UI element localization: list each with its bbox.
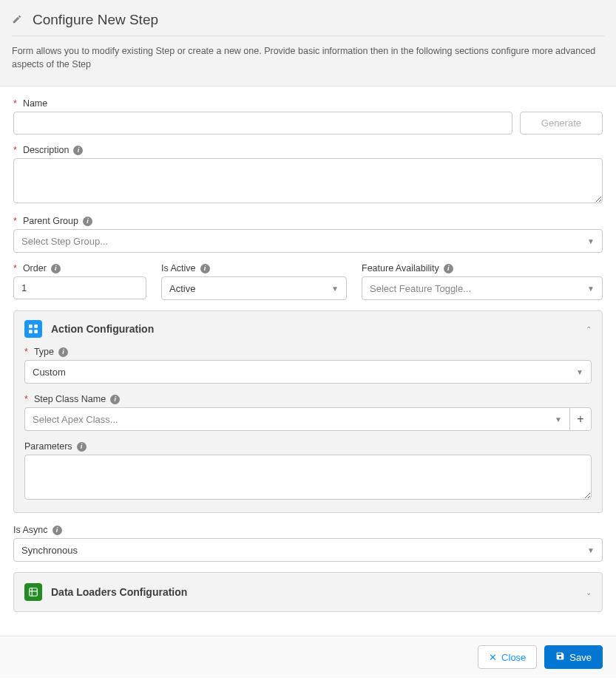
section-title: Data Loaders Configuration <box>51 586 187 598</box>
info-icon[interactable]: i <box>73 146 83 155</box>
action-configuration-section: Action Configuration ⌃ *Typei Custom ▼ *… <box>13 310 603 513</box>
data-loaders-section: Data Loaders Configuration ⌄ <box>13 572 603 612</box>
save-icon <box>555 651 565 663</box>
chevron-down-icon: ▼ <box>555 415 562 424</box>
type-label: Type <box>34 347 54 357</box>
type-select[interactable]: Custom ▼ <box>24 360 592 384</box>
parameters-label: Parameters <box>24 441 72 452</box>
section-title: Action Configuration <box>51 323 154 335</box>
dialog-title: Configure New Step <box>33 12 158 28</box>
parent-group-label: Parent Group <box>23 216 78 226</box>
close-button[interactable]: ✕ Close <box>478 645 537 669</box>
svg-rect-2 <box>29 330 33 333</box>
feature-availability-select[interactable]: Select Feature Toggle... ▼ <box>362 276 603 300</box>
info-icon[interactable]: i <box>53 526 62 535</box>
info-icon[interactable]: i <box>110 395 120 404</box>
info-icon[interactable]: i <box>444 264 453 273</box>
chevron-down-icon: ▼ <box>587 285 595 293</box>
is-async-label: Is Async <box>13 525 48 535</box>
svg-rect-1 <box>34 324 38 328</box>
info-icon[interactable]: i <box>200 264 210 273</box>
chevron-up-icon: ⌃ <box>586 325 592 333</box>
parent-group-select[interactable]: Select Step Group... ▼ <box>13 229 603 253</box>
chevron-down-icon: ▼ <box>331 285 339 293</box>
data-loaders-icon <box>24 583 42 601</box>
is-active-select[interactable]: Active ▼ <box>161 276 347 300</box>
action-configuration-toggle[interactable]: Action Configuration ⌃ <box>14 311 602 347</box>
info-icon[interactable]: i <box>51 264 61 273</box>
svg-rect-4 <box>30 588 38 596</box>
info-icon[interactable]: i <box>83 217 92 226</box>
step-class-label: Step Class Name <box>34 394 106 404</box>
save-button[interactable]: Save <box>544 645 603 669</box>
is-active-label: Is Active <box>161 263 196 273</box>
chevron-down-icon: ▼ <box>587 546 595 554</box>
feature-availability-label: Feature Availability <box>362 263 439 273</box>
name-input[interactable] <box>13 112 512 135</box>
chevron-down-icon: ▼ <box>587 237 595 245</box>
chevron-down-icon: ▼ <box>576 368 583 376</box>
dialog-subtitle: Form allows you to modify existing Step … <box>12 45 604 71</box>
order-input[interactable] <box>13 276 146 299</box>
chevron-down-icon: ⌄ <box>586 588 592 596</box>
generate-button[interactable]: Generate <box>520 112 603 135</box>
dialog-header: Configure New Step Form allows you to mo… <box>0 0 616 86</box>
description-label: Description <box>23 145 70 155</box>
edit-icon <box>12 14 22 27</box>
svg-rect-3 <box>34 330 38 333</box>
close-icon: ✕ <box>489 652 497 663</box>
data-loaders-toggle[interactable]: Data Loaders Configuration ⌄ <box>14 573 602 611</box>
svg-rect-0 <box>29 324 33 328</box>
step-class-select[interactable]: Select Apex Class... ▼ <box>24 407 569 431</box>
parameters-input[interactable] <box>24 455 592 500</box>
info-icon[interactable]: i <box>77 442 87 452</box>
dialog-footer: ✕ Close Save <box>0 636 616 678</box>
info-icon[interactable]: i <box>58 347 68 357</box>
is-async-select[interactable]: Synchronous ▼ <box>13 538 603 562</box>
name-label: Name <box>23 98 47 109</box>
order-label: Order <box>23 263 47 273</box>
action-config-icon <box>24 320 42 338</box>
description-input[interactable] <box>13 158 603 203</box>
add-step-class-button[interactable]: + <box>569 407 592 431</box>
